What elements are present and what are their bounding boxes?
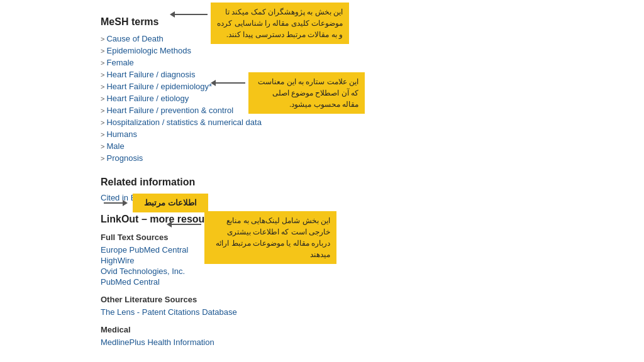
mesh-item-2[interactable]: Epidemiologic Methods — [101, 45, 428, 57]
lens-patent-link[interactable]: The Lens - Patent Citations Database — [101, 307, 428, 317]
linkout-callout: این بخش شامل لینک‌هایی به منابع خارجی اس… — [204, 211, 336, 264]
mesh-item-11[interactable]: Prognosis — [101, 152, 428, 164]
star-callout: این علامت ستاره به این معناست که آن اصطل… — [248, 72, 365, 114]
related-callout: اطلاعات مرتبط — [133, 194, 208, 212]
mesh-item-10[interactable]: Male — [101, 140, 428, 152]
medical-label: Medical — [101, 325, 428, 334]
mesh-callout: این بخش به پژوهشگران کمک میکند تا موضوعا… — [211, 3, 349, 44]
related-section-title: Related information — [101, 177, 428, 188]
pubmed-central-link[interactable]: PubMed Central — [101, 277, 428, 287]
mesh-item-3[interactable]: Female — [101, 57, 428, 69]
mesh-item-9[interactable]: Humans — [101, 128, 428, 140]
ovid-link[interactable]: Ovid Technologies, Inc. — [101, 266, 428, 277]
medlineplus-link[interactable]: MedlinePlus Health Information — [101, 337, 428, 348]
other-lit-sources-label: Other Literature Sources — [101, 295, 428, 304]
mesh-item-8[interactable]: Hospitalization / statistics & numerical… — [101, 116, 428, 128]
